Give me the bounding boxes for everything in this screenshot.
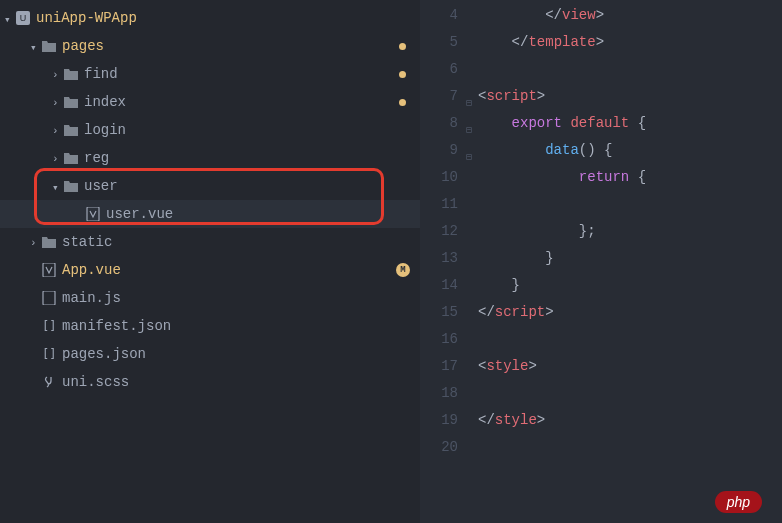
chevron-right-icon: › xyxy=(52,69,62,79)
code-line[interactable] xyxy=(468,191,782,218)
code-line[interactable] xyxy=(468,434,782,461)
svg-rect-2 xyxy=(87,207,99,221)
chevron-down-icon: ▾ xyxy=(4,13,14,23)
svg-rect-4 xyxy=(43,291,55,305)
modified-badge: M xyxy=(396,263,410,277)
chevron-right-icon: › xyxy=(30,237,40,247)
line-number: 6 xyxy=(420,56,468,83)
chevron-down-icon: ▾ xyxy=(30,41,40,51)
code-area[interactable]: </view> </template><script> export defau… xyxy=(468,0,782,523)
tree-item-label: manifest.json xyxy=(62,318,171,334)
uni-icon: U xyxy=(16,11,30,25)
tree-item-pages[interactable]: ▾pages xyxy=(0,32,420,60)
tree-item-user-vue[interactable]: user.vue xyxy=(0,200,420,228)
folder-icon xyxy=(64,152,78,164)
tree-item-label: reg xyxy=(84,150,109,166)
js-icon xyxy=(42,291,56,305)
code-line[interactable]: } xyxy=(468,272,782,299)
tree-item-uni-scss[interactable]: uni.scss xyxy=(0,368,420,396)
tree-item-label: user xyxy=(84,178,118,194)
code-line[interactable]: </style> xyxy=(468,407,782,434)
line-number: 5 xyxy=(420,29,468,56)
tree-item-label: App.vue xyxy=(62,262,121,278)
line-number: 14 xyxy=(420,272,468,299)
tree-item-label: user.vue xyxy=(106,206,173,222)
folder-icon xyxy=(64,68,78,80)
tree-item-label: find xyxy=(84,66,118,82)
code-line[interactable]: <style> xyxy=(468,353,782,380)
code-line[interactable] xyxy=(468,380,782,407)
line-number: 16 xyxy=(420,326,468,353)
tree-item-pages-json[interactable]: []pages.json xyxy=(0,340,420,368)
tree-item-find[interactable]: ›find xyxy=(0,60,420,88)
fold-open-icon[interactable]: ⊟ xyxy=(462,144,472,154)
tree-item-label: login xyxy=(84,122,126,138)
folder-icon xyxy=(64,180,78,192)
code-line[interactable]: </script> xyxy=(468,299,782,326)
vue-icon xyxy=(42,263,56,277)
folder-icon xyxy=(42,236,56,248)
line-number: 13 xyxy=(420,245,468,272)
code-line[interactable]: } xyxy=(468,245,782,272)
modified-dot-icon xyxy=(399,71,406,78)
tree-item-label: main.js xyxy=(62,290,121,306)
line-number: 10 xyxy=(420,164,468,191)
vue-icon xyxy=(86,207,100,221)
tree-item-label: pages.json xyxy=(62,346,146,362)
chevron-right-icon: › xyxy=(52,153,62,163)
svg-text:U: U xyxy=(20,13,27,23)
fold-open-icon[interactable]: ⊟ xyxy=(462,117,472,127)
line-number: 9⊟ xyxy=(420,137,468,164)
code-line[interactable]: return { xyxy=(468,164,782,191)
line-number: 8⊟ xyxy=(420,110,468,137)
line-number: 11 xyxy=(420,191,468,218)
tree-item-reg[interactable]: ›reg xyxy=(0,144,420,172)
svg-text:[]: [] xyxy=(42,319,56,333)
line-number: 12 xyxy=(420,218,468,245)
tree-item-App-vue[interactable]: App.vueM xyxy=(0,256,420,284)
folder-icon xyxy=(64,124,78,136)
tree-item-index[interactable]: ›index xyxy=(0,88,420,116)
folder-icon xyxy=(64,96,78,108)
code-line[interactable]: </template> xyxy=(468,29,782,56)
code-line[interactable]: <script> xyxy=(468,83,782,110)
svg-text:[]: [] xyxy=(42,347,56,361)
code-editor[interactable]: 4567⊟8⊟9⊟1011121314151617181920 </view> … xyxy=(420,0,782,523)
chevron-right-icon: › xyxy=(52,97,62,107)
chevron-down-icon: ▾ xyxy=(52,181,62,191)
modified-dot-icon xyxy=(399,43,406,50)
folder-icon xyxy=(42,40,56,52)
tree-item-label: index xyxy=(84,94,126,110)
line-number-gutter: 4567⊟8⊟9⊟1011121314151617181920 xyxy=(420,0,468,523)
line-number: 15 xyxy=(420,299,468,326)
json-icon: [] xyxy=(42,319,56,333)
watermark-badge: php xyxy=(715,491,762,513)
tree-root-label: uniApp-WPApp xyxy=(36,10,137,26)
code-line[interactable]: export default { xyxy=(468,110,782,137)
scss-icon xyxy=(42,375,56,389)
code-line[interactable] xyxy=(468,326,782,353)
tree-item-label: pages xyxy=(62,38,104,54)
tree-item-user[interactable]: ▾user xyxy=(0,172,420,200)
line-number: 18 xyxy=(420,380,468,407)
file-tree-sidebar: ▾ U uniApp-WPApp ▾pages›find›index›login… xyxy=(0,0,420,523)
svg-rect-3 xyxy=(43,263,55,277)
code-line[interactable]: data() { xyxy=(468,137,782,164)
code-line[interactable]: }; xyxy=(468,218,782,245)
tree-item-manifest-json[interactable]: []manifest.json xyxy=(0,312,420,340)
tree-item-main-js[interactable]: main.js xyxy=(0,284,420,312)
code-line[interactable]: </view> xyxy=(468,2,782,29)
json-icon: [] xyxy=(42,347,56,361)
modified-dot-icon xyxy=(399,99,406,106)
chevron-right-icon: › xyxy=(52,125,62,135)
fold-open-icon[interactable]: ⊟ xyxy=(462,90,472,100)
tree-item-login[interactable]: ›login xyxy=(0,116,420,144)
line-number: 17 xyxy=(420,353,468,380)
tree-item-label: uni.scss xyxy=(62,374,129,390)
line-number: 7⊟ xyxy=(420,83,468,110)
tree-item-label: static xyxy=(62,234,112,250)
tree-item-static[interactable]: ›static xyxy=(0,228,420,256)
tree-root[interactable]: ▾ U uniApp-WPApp xyxy=(0,4,420,32)
code-line[interactable] xyxy=(468,56,782,83)
line-number: 20 xyxy=(420,434,468,461)
